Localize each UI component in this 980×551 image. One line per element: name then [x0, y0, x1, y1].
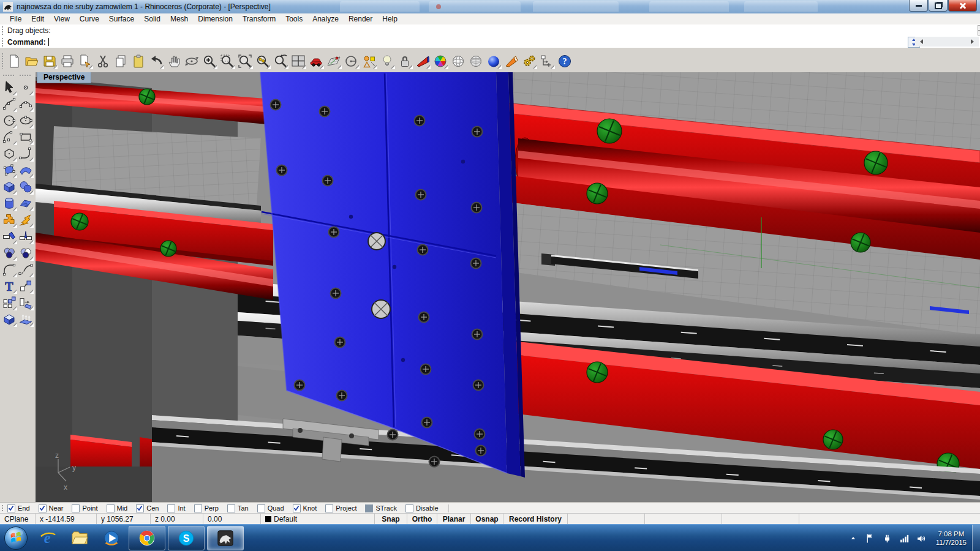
plate-screw[interactable]	[320, 107, 330, 117]
surface-from-points-button[interactable]	[1, 162, 17, 178]
taskbar-windows-explorer-icon[interactable]	[64, 525, 96, 551]
plate-screw[interactable]	[337, 391, 347, 401]
array-objects-button[interactable]	[1, 294, 17, 310]
zoom-selected-button[interactable]	[255, 53, 271, 69]
plate-screw[interactable]	[329, 227, 339, 238]
open-file-button[interactable]	[24, 53, 40, 69]
taskbar-internet-explorer-icon[interactable]: e	[32, 525, 64, 551]
osnap-end[interactable]: End	[7, 504, 30, 512]
scroll-up-icon[interactable]	[978, 25, 980, 31]
rotate-view-button[interactable]	[184, 53, 200, 69]
green-screw[interactable]	[587, 183, 608, 204]
notifications-button[interactable]	[503, 53, 519, 69]
hide-objects-button[interactable]	[344, 53, 360, 69]
green-screw[interactable]	[851, 233, 870, 252]
command-nav-arrows[interactable]	[915, 37, 979, 47]
osnap-checkbox-strack[interactable]	[365, 504, 373, 512]
osnap-knot[interactable]: Knot	[293, 504, 317, 512]
help-button[interactable]: ?	[557, 53, 573, 69]
osnap-checkbox-int[interactable]	[167, 504, 175, 512]
menu-curve[interactable]: Curve	[75, 15, 104, 23]
osnap-int[interactable]: Int	[167, 504, 185, 512]
solid-box-button[interactable]	[1, 179, 17, 195]
menu-render[interactable]: Render	[344, 15, 377, 23]
solid-cylinder-button[interactable]	[1, 195, 17, 211]
toolbar-grip[interactable]	[1, 504, 4, 512]
scroll-down-icon[interactable]	[978, 31, 980, 36]
curved-surface-button[interactable]	[18, 162, 34, 178]
plate-screw[interactable]	[419, 312, 429, 323]
command-line[interactable]: Command:	[0, 36, 980, 49]
viewport-canvas[interactable]: z y x	[36, 72, 980, 502]
osnap-checkbox-project[interactable]	[325, 504, 333, 512]
plate-screw[interactable]	[416, 190, 426, 200]
toolbar-grip[interactable]	[1, 37, 4, 47]
green-screw[interactable]	[823, 430, 843, 449]
orient-object-button[interactable]	[18, 294, 34, 310]
show-desktop-button[interactable]	[972, 525, 980, 551]
arrow-left-icon[interactable]	[920, 39, 923, 44]
record-history-button[interactable]	[539, 53, 555, 69]
blend-curves-button[interactable]	[18, 261, 34, 277]
status-x-coordinate[interactable]: x -1414.59	[36, 514, 97, 525]
status-z-coordinate[interactable]: z 0.00	[151, 514, 203, 525]
osnap-perp[interactable]: Perp	[194, 504, 219, 512]
copy-object-button[interactable]	[18, 278, 34, 294]
tray-action-center-icon[interactable]	[864, 531, 877, 545]
plate-screw[interactable]	[331, 288, 341, 299]
status-toggle-osnap[interactable]: Osnap	[471, 514, 503, 525]
restore-button[interactable]	[929, 0, 948, 12]
options-button[interactable]	[521, 53, 537, 69]
boolean-difference-button[interactable]	[18, 245, 34, 261]
plate-screw[interactable]	[472, 203, 482, 213]
plate-screw[interactable]	[323, 176, 333, 186]
show-objects-button[interactable]	[379, 53, 395, 69]
wireframe-viewport-button[interactable]	[450, 53, 466, 69]
osnap-checkbox-near[interactable]	[39, 504, 47, 512]
osnap-quad[interactable]: Quad	[257, 504, 284, 512]
status-toggle-planar[interactable]: Planar	[437, 514, 471, 525]
menu-mesh[interactable]: Mesh	[165, 15, 193, 23]
green-screw[interactable]	[160, 241, 176, 257]
export-with-origin-button[interactable]	[77, 53, 93, 69]
status-cplane[interactable]: CPlane	[0, 514, 36, 525]
osnap-checkbox-end[interactable]	[7, 504, 15, 512]
single-point-button[interactable]	[18, 80, 34, 96]
circle-button[interactable]	[1, 113, 17, 129]
fillet-curves-button[interactable]	[1, 261, 17, 277]
ghosted-viewport-button[interactable]	[468, 53, 484, 69]
taskbar-rhinoceros-icon[interactable]	[207, 526, 244, 550]
menu-surface[interactable]: Surface	[104, 15, 139, 23]
plate-screw[interactable]	[475, 429, 485, 440]
osnap-checkbox-cen[interactable]	[136, 504, 144, 512]
plate-screw[interactable]	[429, 457, 440, 467]
boolean-union-button[interactable]	[1, 245, 17, 261]
save-file-button[interactable]	[42, 53, 58, 69]
command-history[interactable]: Drag objects:	[0, 24, 980, 37]
taskbar-start-button[interactable]	[0, 525, 32, 551]
osnap-tan[interactable]: Tan	[227, 504, 249, 512]
undo-button[interactable]	[148, 53, 164, 69]
rectangle-button[interactable]	[18, 129, 34, 145]
plate-screw[interactable]	[277, 165, 287, 176]
osnap-checkbox-point[interactable]	[72, 504, 80, 512]
zoom-dynamic-button[interactable]	[202, 53, 217, 69]
plate-screw[interactable]	[415, 116, 425, 126]
paste-button[interactable]	[130, 53, 146, 69]
trim-button[interactable]	[1, 228, 17, 244]
menu-transform[interactable]: Transform	[238, 15, 281, 23]
plate-screw[interactable]	[476, 446, 486, 456]
plate-screw[interactable]	[271, 100, 281, 110]
green-screw[interactable]	[587, 362, 608, 383]
status-toggle-ortho[interactable]: Ortho	[407, 514, 437, 525]
osnap-near[interactable]: Near	[39, 504, 64, 512]
minimize-button[interactable]	[909, 0, 928, 12]
copy-button[interactable]	[113, 53, 129, 69]
green-screw[interactable]	[139, 89, 155, 105]
menu-analyze[interactable]: Analyze	[307, 15, 344, 23]
palette-grip[interactable]	[19, 74, 31, 77]
taskbar-skype-icon[interactable]: S	[168, 526, 205, 550]
taskbar-clock[interactable]: 7:08 PM 11/7/2015	[936, 530, 967, 547]
solid-spheres-button[interactable]	[18, 179, 34, 195]
set-cplane-button[interactable]	[326, 53, 342, 69]
